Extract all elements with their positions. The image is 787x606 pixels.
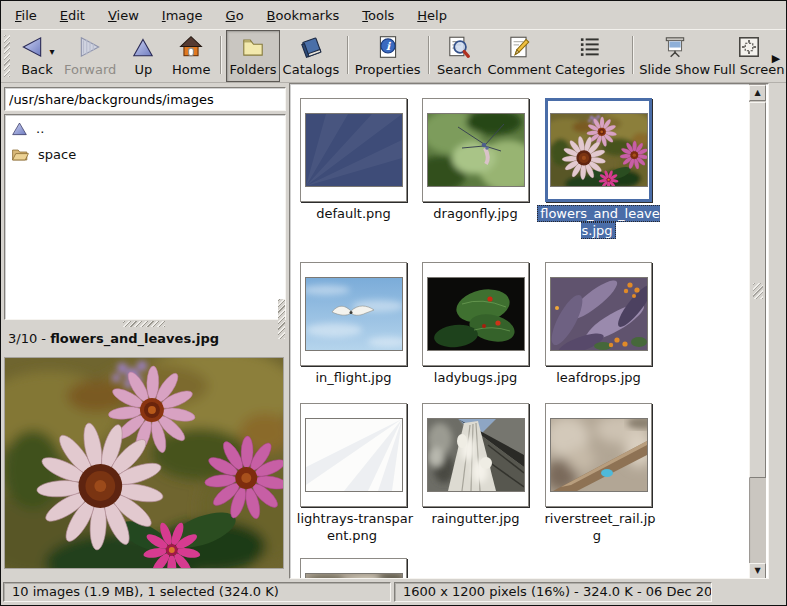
scrollbar-thumb[interactable]	[749, 102, 766, 478]
catalogs-button[interactable]: Catalogs	[280, 30, 342, 82]
thumbnail-label: flowers_and_leaves.jpg	[537, 205, 660, 239]
up-button[interactable]: Up	[119, 30, 167, 82]
fullscreen-icon	[736, 34, 762, 60]
toolbar-overflow-button[interactable]: ▶	[769, 49, 783, 69]
back-icon	[19, 34, 45, 60]
thumbnail-dragonfly[interactable]: dragonfly.jpg	[422, 98, 529, 202]
menu-edit[interactable]: Edit	[50, 4, 95, 27]
scroll-down-button[interactable]: ▼	[749, 563, 766, 579]
home-icon	[178, 34, 204, 60]
thumbnail-label: raingutter.jpg	[414, 510, 537, 527]
thumbnail-frame	[545, 98, 652, 202]
list-icon	[577, 34, 603, 60]
thumbnail-image-in-flight	[305, 277, 403, 351]
thumbnail-frame	[422, 403, 529, 507]
thumbnail-label: in_flight.jpg	[292, 369, 415, 386]
thumbnail-label: dragonfly.jpg	[414, 205, 537, 222]
location-input[interactable]	[4, 87, 286, 111]
thumbnail-frame	[300, 403, 407, 507]
folder-list: .. space	[4, 114, 286, 320]
menu-go[interactable]: Go	[216, 4, 254, 27]
folder-icon	[11, 146, 30, 162]
folders-toggle-button[interactable]: Folders	[226, 30, 280, 82]
thumbnail-frame	[300, 262, 407, 366]
menu-help[interactable]: Help	[407, 4, 457, 27]
thumbnail-label: riverstreet_rail.jpg	[537, 510, 660, 544]
folder-item-space[interactable]: space	[5, 141, 285, 167]
thumbnail-flowers-and-leaves[interactable]: flowers_and_leaves.jpg	[545, 98, 652, 202]
thumbnail-image-ladybugs	[427, 277, 525, 351]
thumbnail-image-dragonfly	[427, 113, 525, 187]
search-icon	[446, 34, 472, 60]
menu-bookmarks[interactable]: Bookmarks	[257, 4, 350, 27]
menu-file[interactable]: File	[5, 4, 47, 27]
thumbnail-label: leafdrops.jpg	[537, 369, 660, 386]
vertical-splitter-handle[interactable]	[278, 299, 285, 339]
thumbnail-label: ladybugs.jpg	[414, 369, 537, 386]
folder-item-label: space	[38, 147, 76, 162]
thumbnail-image-default	[305, 113, 403, 187]
thumbnail-ladybugs[interactable]: ladybugs.jpg	[422, 262, 529, 366]
menu-bar: File Edit View Image Go Bookmarks Tools …	[1, 1, 786, 29]
toolbar-separator	[632, 36, 633, 74]
thumbnail-label: default.png	[292, 205, 415, 222]
slideshow-icon	[662, 34, 688, 60]
properties-button[interactable]: i Properties	[353, 30, 423, 82]
preview-info: 3/10 - flowers_and_leaves.jpg	[8, 328, 219, 350]
status-collection-info: 10 images (1.9 MB), 1 selected (324.0 K)	[3, 582, 391, 602]
thumbnail-in-flight[interactable]: in_flight.jpg	[300, 262, 407, 366]
toolbar-separator	[220, 36, 221, 74]
thumbnail-riverstreet-rail[interactable]: riverstreet_rail.jpg	[545, 403, 652, 507]
thumbnail-view: default.png	[289, 83, 769, 579]
thumbnail-image-riverstreet-rail	[550, 418, 648, 492]
status-bar: 10 images (1.9 MB), 1 selected (324.0 K)…	[1, 579, 786, 605]
back-button[interactable]: ▾ Back	[13, 30, 61, 82]
thumbnail-raingutter[interactable]: raingutter.jpg	[422, 403, 529, 507]
thumbnail-partial[interactable]	[300, 558, 407, 579]
comment-icon	[506, 34, 532, 60]
thumbnail-default[interactable]: default.png	[300, 98, 407, 202]
preview-filename: flowers_and_leaves.jpg	[50, 331, 219, 346]
scroll-up-button[interactable]: ▲	[749, 85, 766, 101]
thumbnail-frame	[545, 403, 652, 507]
search-button[interactable]: Search	[433, 30, 485, 82]
thumbnail-image-raingutter	[427, 418, 525, 492]
thumbnail-label: lightrays-transparent.png	[292, 510, 415, 544]
forward-icon	[77, 34, 103, 60]
categories-button[interactable]: Categories	[553, 30, 626, 82]
menu-view[interactable]: View	[98, 4, 149, 27]
properties-icon: i	[375, 34, 401, 60]
horizontal-splitter-handle[interactable]	[123, 321, 165, 327]
toolbar-drag-handle[interactable]	[4, 35, 10, 77]
menu-image[interactable]: Image	[152, 4, 213, 27]
thumbnail-image-flowers	[550, 113, 648, 187]
toolbar-separator	[347, 36, 348, 74]
book-icon	[298, 34, 324, 60]
thumbnail-panel: default.png	[289, 83, 787, 581]
comment-button[interactable]: Comment	[485, 30, 553, 82]
thumbnail-frame	[422, 98, 529, 202]
app-window: File Edit View Image Go Bookmarks Tools …	[0, 0, 787, 606]
home-button[interactable]: Home	[167, 30, 215, 82]
up-icon	[130, 34, 156, 60]
preview-image	[4, 357, 284, 569]
folder-icon	[240, 34, 266, 60]
thumbnail-frame	[300, 558, 407, 579]
thumbnail-lightrays[interactable]: lightrays-transparent.png	[300, 403, 407, 507]
folder-item-up[interactable]: ..	[5, 115, 285, 141]
thumbnail-image-leafdrops	[550, 277, 648, 351]
thumbnail-leafdrops[interactable]: leafdrops.jpg	[545, 262, 652, 366]
folder-item-label: ..	[36, 121, 44, 136]
thumbnail-image-lightrays	[305, 418, 403, 492]
status-image-info: 1600 x 1200 pixels (16%) - 324.0 K - 06 …	[394, 582, 712, 602]
back-dropdown-button[interactable]: ▾	[49, 47, 54, 57]
thumbnail-frame	[545, 262, 652, 366]
forward-button: Forward	[61, 30, 119, 82]
up-folder-icon	[11, 121, 28, 136]
menu-tools[interactable]: Tools	[352, 4, 404, 27]
toolbar-separator	[428, 36, 429, 74]
scrollbar-grip	[753, 283, 763, 299]
slideshow-button[interactable]: Slide Show	[638, 30, 712, 82]
vertical-scrollbar[interactable]: ▲ ▼	[749, 84, 766, 579]
thumbnail-frame	[422, 262, 529, 366]
